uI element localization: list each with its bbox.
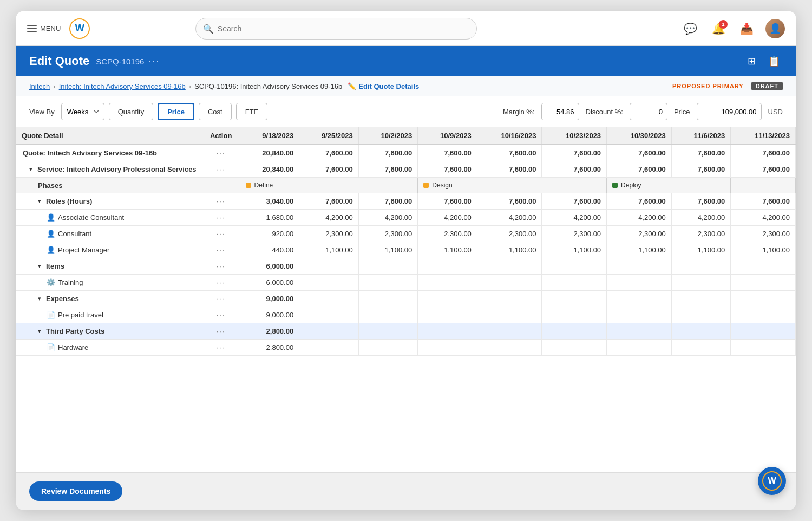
fte-tab[interactable]: FTE bbox=[236, 103, 268, 120]
row-action-consultant[interactable]: ··· bbox=[202, 226, 240, 242]
chat-button[interactable]: 💬 bbox=[681, 19, 700, 38]
row-action-quote-total[interactable]: ··· bbox=[202, 145, 240, 161]
header-actions: ⊞ 📋 bbox=[743, 53, 783, 70]
row-text-service: Service: Initech Advisory Professional S… bbox=[37, 165, 197, 173]
col-header-action: Action bbox=[202, 127, 240, 145]
row-text-expenses: Expenses bbox=[46, 295, 79, 303]
row-label-training: ⚙️Training bbox=[16, 275, 202, 291]
row-value-hardware-3 bbox=[418, 340, 477, 356]
row-action-associate[interactable]: ··· bbox=[202, 210, 240, 226]
row-text-training: Training bbox=[58, 278, 83, 286]
row-action-third-party[interactable]: ··· bbox=[202, 323, 240, 340]
row-value-quote-total-6: 7,600.00 bbox=[607, 145, 672, 161]
row-action-expenses[interactable]: ··· bbox=[202, 291, 240, 307]
pdf-button[interactable]: 📋 bbox=[765, 53, 783, 70]
quote-table: Quote Detail Action 9/18/2023 9/25/2023 … bbox=[16, 127, 796, 356]
row-value-items-5 bbox=[542, 258, 607, 275]
export-icon: ⊞ bbox=[748, 55, 756, 67]
row-value-training-0: 6,000.00 bbox=[240, 275, 299, 291]
margin-input[interactable] bbox=[541, 103, 579, 120]
edit-quote-details-link[interactable]: ✏️ Edit Quote Details bbox=[348, 82, 419, 90]
row-value-items-6 bbox=[607, 258, 672, 275]
row-action-roles[interactable]: ··· bbox=[202, 193, 240, 210]
row-value-consultant-2: 2,300.00 bbox=[358, 226, 418, 242]
col-header-11-6: 11/6/2023 bbox=[671, 127, 731, 145]
breadcrumb-link-2[interactable]: Initech: Initech Advisory Services 09-16… bbox=[59, 82, 186, 90]
row-action-pm[interactable]: ··· bbox=[202, 242, 240, 258]
breadcrumb-current: SCPQ-10196: Initech Advisory Services 09… bbox=[194, 82, 342, 90]
row-value-training-3 bbox=[418, 275, 477, 291]
cost-tab[interactable]: Cost bbox=[199, 103, 232, 120]
row-value-travel-1 bbox=[299, 307, 359, 323]
quantity-tab[interactable]: Quantity bbox=[109, 103, 153, 120]
user-avatar[interactable]: 👤 bbox=[765, 19, 785, 38]
row-text-roles: Roles (Hours) bbox=[46, 197, 92, 205]
inbox-icon: 📥 bbox=[740, 22, 754, 35]
nav-actions: 💬 🔔 1 📥 👤 bbox=[681, 19, 785, 38]
row-value-third-party-7 bbox=[671, 323, 731, 340]
row-action-hardware[interactable]: ··· bbox=[202, 340, 240, 356]
toolbar-right-controls: Margin %: Discount %: Price USD bbox=[503, 103, 783, 120]
row-value-travel-7 bbox=[671, 307, 731, 323]
menu-button[interactable]: MENU bbox=[27, 24, 61, 32]
row-value-hardware-1 bbox=[299, 340, 359, 356]
phase-cell-define: Define bbox=[240, 178, 418, 193]
row-label-items: ▾Items bbox=[16, 258, 202, 275]
breadcrumb-link-1[interactable]: Initech bbox=[29, 82, 50, 90]
row-value-roles-8: 7,600.00 bbox=[731, 193, 796, 210]
proposed-primary-badge: PROPOSED PRIMARY bbox=[672, 83, 744, 89]
row-action-items[interactable]: ··· bbox=[202, 258, 240, 275]
row-label-hardware: 📄Hardware bbox=[16, 340, 202, 356]
expand-icon-third-party[interactable]: ▾ bbox=[38, 328, 41, 335]
discount-input[interactable] bbox=[630, 103, 667, 120]
notifications-button[interactable]: 🔔 1 bbox=[709, 19, 729, 38]
price-input[interactable] bbox=[697, 103, 762, 120]
row-value-expenses-0: 9,000.00 bbox=[240, 291, 299, 307]
row-value-travel-2 bbox=[358, 307, 418, 323]
row-value-expenses-2 bbox=[358, 291, 418, 307]
expand-icon-roles[interactable]: ▾ bbox=[38, 198, 41, 205]
search-input[interactable] bbox=[195, 18, 477, 40]
row-value-expenses-7 bbox=[671, 291, 731, 307]
row-action-travel[interactable]: ··· bbox=[202, 307, 240, 323]
expand-icon-service[interactable]: ▾ bbox=[29, 166, 32, 173]
row-text-quote-total: Quote: Initech Advisory Services 09-16b bbox=[23, 149, 157, 157]
row-value-travel-4 bbox=[477, 307, 542, 323]
row-action-service[interactable]: ··· bbox=[202, 161, 240, 178]
row-value-service-5: 7,600.00 bbox=[542, 161, 607, 178]
row-text-hardware: Hardware bbox=[58, 343, 88, 351]
inbox-button[interactable]: 📥 bbox=[737, 19, 757, 38]
row-label-associate: 👤Associate Consultant bbox=[16, 210, 202, 226]
row-value-third-party-6 bbox=[607, 323, 672, 340]
row-value-pm-2: 1,100.00 bbox=[358, 242, 418, 258]
row-value-items-2 bbox=[358, 258, 418, 275]
row-text-pm: Project Manager bbox=[58, 246, 109, 254]
row-value-pm-4: 1,100.00 bbox=[477, 242, 542, 258]
row-value-consultant-5: 2,300.00 bbox=[542, 226, 607, 242]
page-footer: Review Documents bbox=[16, 472, 796, 510]
phase-cell-empty bbox=[731, 178, 796, 193]
view-by-select[interactable]: Weeks bbox=[61, 103, 104, 120]
expand-icon-items[interactable]: ▾ bbox=[38, 263, 41, 270]
review-documents-button[interactable]: Review Documents bbox=[29, 481, 122, 501]
export-button[interactable]: ⊞ bbox=[743, 53, 760, 70]
row-value-travel-3 bbox=[418, 307, 477, 323]
row-value-third-party-3 bbox=[418, 323, 477, 340]
discount-label: Discount %: bbox=[586, 108, 623, 116]
header-more-button[interactable]: ··· bbox=[148, 56, 160, 67]
pdf-icon: 📋 bbox=[768, 55, 780, 67]
row-value-expenses-4 bbox=[477, 291, 542, 307]
row-value-training-8 bbox=[731, 275, 796, 291]
price-tab[interactable]: Price bbox=[158, 103, 194, 120]
expand-icon-expenses[interactable]: ▾ bbox=[38, 295, 41, 302]
workday-assistant-fab[interactable]: W bbox=[758, 467, 786, 495]
row-action-training[interactable]: ··· bbox=[202, 275, 240, 291]
row-value-travel-6 bbox=[607, 307, 672, 323]
row-value-service-2: 7,600.00 bbox=[358, 161, 418, 178]
breadcrumb: Initech › Initech: Initech Advisory Serv… bbox=[16, 76, 796, 96]
row-value-pm-1: 1,100.00 bbox=[299, 242, 359, 258]
breadcrumb-sep-2: › bbox=[189, 82, 191, 90]
row-value-pm-8: 1,100.00 bbox=[731, 242, 796, 258]
row-value-quote-total-3: 7,600.00 bbox=[418, 145, 477, 161]
row-value-training-5 bbox=[542, 275, 607, 291]
